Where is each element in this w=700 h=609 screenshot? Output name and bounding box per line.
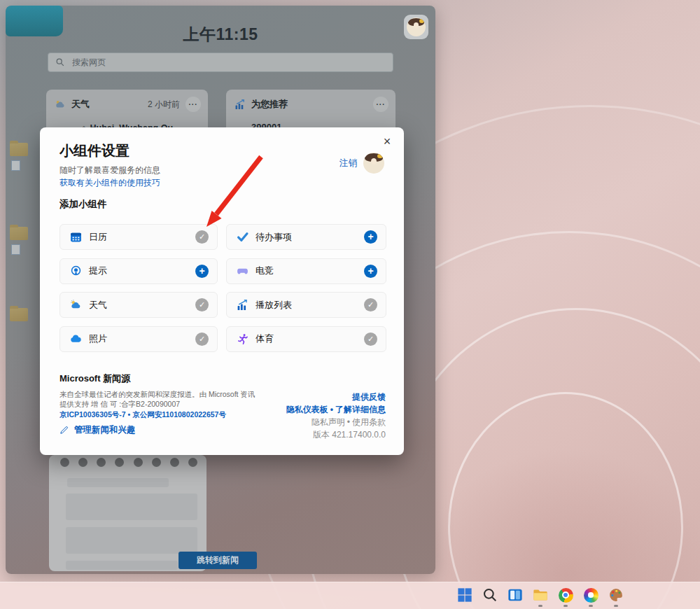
security-record-link[interactable]: 京公网安11010802022657号 bbox=[132, 410, 226, 419]
widget-menu-button[interactable]: ··· bbox=[373, 97, 388, 112]
placeholder-bar bbox=[66, 493, 197, 520]
lightbulb-icon bbox=[70, 265, 82, 277]
widget-settings-dialog: × 小组件设置 随时了解最喜爱服务的信息 获取有关小组件的使用技巧 注销 添加小… bbox=[40, 127, 404, 455]
task-view-button[interactable] bbox=[507, 587, 524, 603]
widget-label: 日历 bbox=[89, 231, 107, 244]
terms-link[interactable]: 使用条款 bbox=[352, 417, 386, 427]
paint-button[interactable] bbox=[608, 587, 624, 603]
widget-toggle-calendar[interactable]: 日历 ✓ bbox=[59, 224, 218, 250]
widget-label: 待办事项 bbox=[255, 231, 292, 244]
widget-add-plus-icon[interactable]: + bbox=[364, 265, 377, 278]
playlist-chart-icon bbox=[237, 299, 248, 311]
widget-toggle-playlist[interactable]: 播放列表 ✓ bbox=[226, 292, 386, 318]
sports-runner-icon bbox=[237, 333, 248, 345]
bullet-separator: • bbox=[328, 405, 335, 414]
widget-toggle-tips[interactable]: 提示 + bbox=[59, 258, 218, 284]
news-source-title: Microsoft 新闻源 bbox=[59, 372, 270, 385]
paint-palette-icon bbox=[608, 587, 624, 603]
sign-out-link[interactable]: 注销 bbox=[340, 158, 357, 169]
widget-toggle-weather[interactable]: 天气 ✓ bbox=[59, 292, 218, 318]
widget-added-check-icon[interactable]: ✓ bbox=[195, 230, 209, 244]
desktop-folder-icon bbox=[10, 227, 34, 255]
bullet-separator: • bbox=[126, 410, 133, 419]
widget-label: 体育 bbox=[255, 332, 274, 345]
pencil-icon bbox=[59, 426, 69, 435]
news-source-desc: 来自全球最佳记者的突发新闻和深度报道。由 Microsoft 资讯 bbox=[59, 389, 270, 399]
avatar-image bbox=[407, 18, 426, 36]
widget-added-check-icon[interactable]: ✓ bbox=[195, 298, 209, 312]
start-button[interactable] bbox=[456, 587, 473, 603]
weather-cloud-icon bbox=[55, 99, 66, 110]
legal-links-block: 提供反馈 隐私仪表板•了解详细信息 隐私声明•使用条款 版本 421.17400… bbox=[286, 391, 386, 441]
widget-title: 为您推荐 bbox=[251, 98, 288, 111]
search-icon bbox=[55, 57, 65, 67]
placeholder-bar bbox=[66, 527, 197, 554]
widget-title: 天气 bbox=[71, 98, 90, 111]
chrome-icon bbox=[559, 588, 573, 603]
desktop-folder-icon bbox=[10, 143, 34, 171]
todo-check-icon bbox=[237, 231, 248, 243]
taskbar-search-button[interactable] bbox=[482, 587, 498, 603]
widget-added-check-icon[interactable]: ✓ bbox=[364, 298, 377, 312]
widget-tips-link[interactable]: 获取有关小组件的使用技巧 bbox=[59, 177, 160, 189]
photos-cloud-icon bbox=[70, 333, 82, 345]
dialog-title: 小组件设置 bbox=[59, 141, 130, 160]
widget-label: 照片 bbox=[89, 332, 107, 345]
task-view-icon bbox=[507, 587, 523, 603]
file-explorer-icon bbox=[533, 587, 548, 603]
widget-toggle-sports[interactable]: 体育 ✓ bbox=[226, 326, 386, 352]
widget-label: 提示 bbox=[89, 265, 107, 277]
news-source-block: Microsoft 新闻源 来自全球最佳记者的突发新闻和深度报道。由 Micro… bbox=[59, 372, 270, 420]
web-search-bar[interactable] bbox=[48, 52, 393, 72]
widget-added-check-icon[interactable]: ✓ bbox=[195, 332, 209, 346]
color-wheel-app-button[interactable] bbox=[582, 587, 599, 603]
clock: 上午11:15 bbox=[6, 24, 435, 46]
feedback-link[interactable]: 提供反馈 bbox=[352, 392, 386, 402]
widget-updated-time: 2 小时前 bbox=[148, 99, 180, 111]
add-widgets-section-title: 添加小组件 bbox=[59, 198, 107, 211]
privacy-dashboard-link[interactable]: 隐私仪表板 bbox=[286, 405, 328, 414]
widget-label: 播放列表 bbox=[255, 299, 292, 312]
placeholder-bar bbox=[66, 561, 178, 570]
widget-toggle-photos[interactable]: 照片 ✓ bbox=[59, 326, 218, 352]
taskbar bbox=[0, 582, 700, 609]
desktop-folder-icon bbox=[10, 308, 34, 321]
color-wheel-icon bbox=[584, 588, 598, 603]
bullet-separator: • bbox=[345, 417, 352, 427]
widget-toggle-esports[interactable]: 电竞 + bbox=[226, 258, 386, 284]
news-source-license: 提供支持 增 信 可 :合字B2-20090007 bbox=[59, 399, 270, 409]
widget-label: 天气 bbox=[89, 299, 107, 312]
search-input[interactable] bbox=[71, 57, 386, 68]
placeholder-bar bbox=[67, 478, 169, 487]
manage-news-link[interactable]: 管理新闻和兴趣 bbox=[59, 424, 136, 436]
jump-to-news-button[interactable]: 跳转到新闻 bbox=[178, 552, 257, 569]
widget-add-plus-icon[interactable]: + bbox=[195, 265, 209, 278]
gamepad-icon bbox=[237, 265, 248, 277]
widget-label: 电竞 bbox=[255, 265, 274, 277]
manage-news-label: 管理新闻和兴趣 bbox=[74, 424, 136, 436]
chrome-button[interactable] bbox=[557, 587, 574, 603]
close-icon[interactable]: × bbox=[379, 133, 396, 150]
widget-menu-button[interactable]: ··· bbox=[186, 97, 201, 112]
privacy-statement-link[interactable]: 隐私声明 bbox=[312, 417, 345, 427]
calendar-icon bbox=[70, 231, 82, 243]
binder-rings bbox=[60, 458, 197, 467]
learn-more-link[interactable]: 了解详细信息 bbox=[335, 405, 386, 414]
search-icon bbox=[482, 587, 498, 603]
account-avatar[interactable] bbox=[404, 15, 428, 39]
widget-added-check-icon[interactable]: ✓ bbox=[364, 332, 377, 346]
icp-link[interactable]: 京ICP10036305号-7 bbox=[59, 410, 126, 419]
stocks-chart-icon bbox=[234, 99, 246, 110]
dialog-subtitle: 随时了解最喜爱服务的信息 bbox=[59, 164, 160, 176]
file-explorer-button[interactable] bbox=[532, 587, 549, 603]
version-label: 版本 421.17400.0.0 bbox=[286, 428, 386, 441]
widget-add-plus-icon[interactable]: + bbox=[364, 230, 377, 244]
widget-toggle-grid: 日历 ✓ 待办事项 + 提示 + 电竞 + bbox=[59, 224, 386, 352]
windows-logo-icon bbox=[457, 587, 472, 603]
widget-toggle-todo[interactable]: 待办事项 + bbox=[226, 224, 386, 250]
account-avatar-small[interactable] bbox=[363, 153, 384, 174]
weather-icon bbox=[70, 299, 82, 311]
